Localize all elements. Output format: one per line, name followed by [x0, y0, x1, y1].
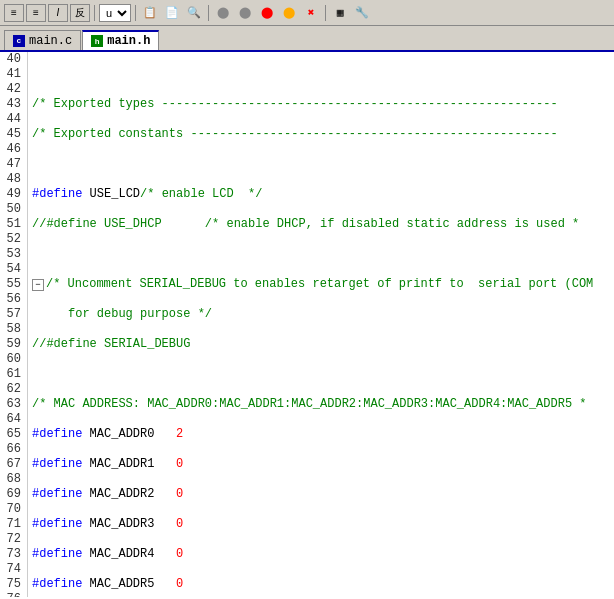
- code-area: 40 41 42 43 44 45 46 47 48 49 50 51 52 5…: [0, 52, 614, 597]
- ln-49: 49: [6, 187, 21, 202]
- toolbar-btn-3[interactable]: I: [48, 4, 68, 22]
- separator-3: [208, 5, 209, 21]
- code-line-57: #define MAC_ADDR5 0: [32, 577, 614, 592]
- code-line-45: //#define USE_DHCP /* enable DHCP, if di…: [32, 217, 614, 232]
- tab-icon-c: c: [13, 35, 25, 47]
- toolbar-btn-1[interactable]: ≡: [4, 4, 24, 22]
- tabs-bar: c main.c h main.h: [0, 26, 614, 52]
- icon-btn-8[interactable]: ✖: [301, 4, 321, 22]
- encoding-dropdown[interactable]: u8: [99, 4, 131, 22]
- code-content[interactable]: /* Exported types ----------------------…: [28, 52, 614, 597]
- ln-46: 46: [6, 142, 21, 157]
- ln-61: 61: [6, 367, 21, 382]
- tab-label-main-h: main.h: [107, 34, 150, 48]
- ln-57: 57: [6, 307, 21, 322]
- separator-4: [325, 5, 326, 21]
- code-line-55: #define MAC_ADDR3 0: [32, 517, 614, 532]
- code-line-43: [32, 157, 614, 172]
- ln-41: 41: [6, 67, 21, 82]
- ln-62: 62: [6, 382, 21, 397]
- ln-66: 66: [6, 442, 21, 457]
- code-line-42: /* Exported constants ------------------…: [32, 127, 614, 142]
- tab-main-h[interactable]: h main.h: [82, 30, 159, 50]
- ln-67: 67: [6, 457, 21, 472]
- toolbar: ≡ ≡ I 反 u8 📋 📄 🔍 ⬤ ⬤ ⬤ ⬤ ✖ ▦ 🔧: [0, 0, 614, 26]
- code-line-50: [32, 367, 614, 382]
- icon-btn-2[interactable]: 📄: [162, 4, 182, 22]
- ln-64: 64: [6, 412, 21, 427]
- ln-51: 51: [6, 217, 21, 232]
- code-line-47: −/* Uncomment SERIAL_DEBUG to enables re…: [32, 277, 614, 292]
- code-line-48: for debug purpose */: [32, 307, 614, 322]
- toolbar-btn-2[interactable]: ≡: [26, 4, 46, 22]
- ln-45: 45: [6, 127, 21, 142]
- code-line-41: /* Exported types ----------------------…: [32, 97, 614, 112]
- icon-btn-1[interactable]: 📋: [140, 4, 160, 22]
- code-line-51: /* MAC ADDRESS: MAC_ADDR0:MAC_ADDR1:MAC_…: [32, 397, 614, 412]
- icon-btn-4[interactable]: ⬤: [213, 4, 233, 22]
- ln-74: 74: [6, 562, 21, 577]
- ln-54: 54: [6, 262, 21, 277]
- ln-43: 43: [6, 97, 21, 112]
- ln-65: 65: [6, 427, 21, 442]
- icon-btn-5[interactable]: ⬤: [235, 4, 255, 22]
- ln-58: 58: [6, 322, 21, 337]
- code-line-49: //#define SERIAL_DEBUG: [32, 337, 614, 352]
- ln-53: 53: [6, 247, 21, 262]
- ln-71: 71: [6, 517, 21, 532]
- code-line-54: #define MAC_ADDR2 0: [32, 487, 614, 502]
- code-line-40: [32, 67, 614, 82]
- ln-48: 48: [6, 172, 21, 187]
- code-line-44: #define USE_LCD /* enable LCD */: [32, 187, 614, 202]
- ln-55: 55: [6, 277, 21, 292]
- ln-56: 56: [6, 292, 21, 307]
- toolbar-btn-4[interactable]: 反: [70, 4, 90, 22]
- ln-40: 40: [6, 52, 21, 67]
- ln-68: 68: [6, 472, 21, 487]
- icon-btn-10[interactable]: 🔧: [352, 4, 372, 22]
- ln-75: 75: [6, 577, 21, 592]
- ln-72: 72: [6, 532, 21, 547]
- ln-70: 70: [6, 502, 21, 517]
- fold-icon-47[interactable]: −: [32, 279, 44, 291]
- separator-1: [94, 5, 95, 21]
- ln-44: 44: [6, 112, 21, 127]
- code-line-52: #define MAC_ADDR0 2: [32, 427, 614, 442]
- ln-50: 50: [6, 202, 21, 217]
- ln-63: 63: [6, 397, 21, 412]
- ln-42: 42: [6, 82, 21, 97]
- code-line-56: #define MAC_ADDR4 0: [32, 547, 614, 562]
- line-numbers: 40 41 42 43 44 45 46 47 48 49 50 51 52 5…: [0, 52, 28, 597]
- icon-btn-6[interactable]: ⬤: [257, 4, 277, 22]
- ln-52: 52: [6, 232, 21, 247]
- code-line-53: #define MAC_ADDR1 0: [32, 457, 614, 472]
- icon-btn-9[interactable]: ▦: [330, 4, 350, 22]
- ln-73: 73: [6, 547, 21, 562]
- icon-btn-7[interactable]: ⬤: [279, 4, 299, 22]
- tab-label-main-c: main.c: [29, 34, 72, 48]
- ln-69: 69: [6, 487, 21, 502]
- tab-icon-h: h: [91, 35, 103, 47]
- icon-btn-3[interactable]: 🔍: [184, 4, 204, 22]
- ln-76: 76: [6, 592, 21, 597]
- ln-47: 47: [6, 157, 21, 172]
- separator-2: [135, 5, 136, 21]
- code-line-46: [32, 247, 614, 262]
- ln-60: 60: [6, 352, 21, 367]
- tab-main-c[interactable]: c main.c: [4, 30, 81, 50]
- ln-59: 59: [6, 337, 21, 352]
